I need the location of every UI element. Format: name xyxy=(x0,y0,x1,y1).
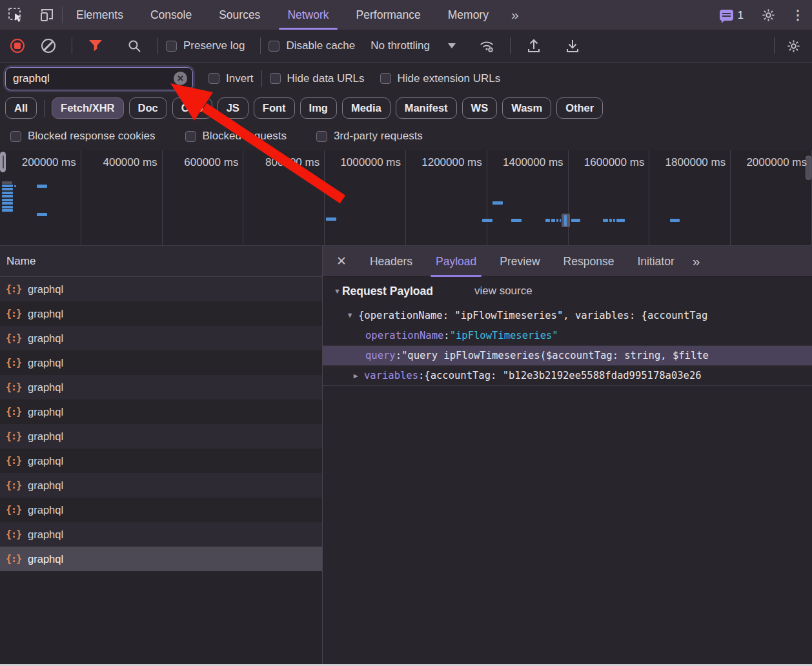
timeline-tick: 800000 ms xyxy=(243,150,325,245)
timeline-tick: 200000 ms xyxy=(0,150,81,245)
overflow-menu-icon[interactable]: ⋮ xyxy=(784,7,812,23)
view-source-link[interactable]: view source xyxy=(474,285,533,298)
record-network-log-button[interactable] xyxy=(10,39,25,53)
payload-root-row[interactable]: ▼ {operationName: "ipFlowTimeseries", va… xyxy=(323,305,812,325)
request-row[interactable]: {:}graphql xyxy=(0,399,322,424)
request-name: graphql xyxy=(28,504,63,516)
request-row[interactable]: {:}graphql xyxy=(0,473,322,498)
request-row[interactable]: {:}graphql xyxy=(0,449,322,473)
request-timeline-bar xyxy=(609,219,612,222)
tab-console[interactable]: Console xyxy=(137,0,205,30)
chip-doc[interactable]: Doc xyxy=(129,97,167,119)
json-request-icon: {:} xyxy=(6,430,21,442)
more-detail-tabs-icon[interactable]: » xyxy=(686,254,705,269)
chip-font[interactable]: Font xyxy=(254,97,295,119)
detail-tab-payload[interactable]: Payload xyxy=(424,246,488,277)
request-timeline-bar xyxy=(2,202,13,205)
hide-data-urls-checkbox[interactable]: Hide data URLs xyxy=(270,72,365,85)
chip-js[interactable]: JS xyxy=(218,97,249,119)
request-timeline-bar xyxy=(2,209,13,212)
chip-fetch-xhr[interactable]: Fetch/XHR xyxy=(52,97,123,119)
search-icon[interactable] xyxy=(126,37,143,54)
request-timeline-bar xyxy=(2,188,13,190)
tab-sources[interactable]: Sources xyxy=(205,0,274,30)
request-timeline-bar xyxy=(560,219,561,222)
tab-performance[interactable]: Performance xyxy=(343,0,434,30)
hide-extension-urls-checkbox[interactable]: Hide extension URLs xyxy=(380,72,501,85)
request-timeline-bar xyxy=(603,219,608,222)
chip-wasm[interactable]: Wasm xyxy=(502,97,551,119)
console-messages-indicator[interactable]: 1 xyxy=(720,9,744,21)
export-har-icon[interactable] xyxy=(564,37,581,54)
payload-row-variables[interactable]: ▶variables: {accountTag: "b12e3b2192ee55… xyxy=(323,365,812,385)
tree-collapsed-icon[interactable]: ▶ xyxy=(351,372,360,380)
request-row[interactable]: {:}graphql xyxy=(0,547,322,571)
checkbox-blocked-requests[interactable]: Blocked requests xyxy=(185,130,287,143)
settings-gear-icon[interactable] xyxy=(760,6,776,23)
request-row[interactable]: {:}graphql xyxy=(0,350,322,375)
json-request-icon: {:} xyxy=(6,479,21,491)
more-panels-icon[interactable]: » xyxy=(502,7,527,23)
request-row[interactable]: {:}graphql xyxy=(0,522,322,547)
detail-tab-response[interactable]: Response xyxy=(552,246,626,277)
network-conditions-icon[interactable] xyxy=(478,37,495,54)
chip-css[interactable]: CSS xyxy=(172,97,212,119)
chip-manifest[interactable]: Manifest xyxy=(396,97,457,119)
checkbox-box xyxy=(380,73,391,84)
invert-checkbox[interactable]: Invert xyxy=(208,72,254,85)
request-row[interactable]: {:}graphql xyxy=(0,375,322,399)
chip-img[interactable]: Img xyxy=(300,97,337,119)
inspect-element-icon[interactable] xyxy=(7,6,24,23)
chip-all[interactable]: All xyxy=(5,97,37,119)
payload-row-query[interactable]: query: "query ipFlowTimeseries($accountT… xyxy=(323,345,812,365)
request-row[interactable]: {:}graphql xyxy=(0,326,322,350)
chip-other[interactable]: Other xyxy=(556,97,603,119)
checkbox-box xyxy=(270,73,281,84)
network-settings-gear-icon[interactable] xyxy=(785,37,802,54)
message-count: 1 xyxy=(738,9,744,21)
checkbox-box xyxy=(10,131,21,142)
filter-text-input[interactable]: graphql ✕ xyxy=(5,67,193,90)
detail-tab-headers[interactable]: Headers xyxy=(358,246,424,277)
chip-ws[interactable]: WS xyxy=(462,97,498,119)
disable-cache-label: Disable cache xyxy=(286,39,355,52)
checkbox-3rd-party-requests[interactable]: 3rd-party requests xyxy=(316,130,423,143)
detail-tab-initiator[interactable]: Initiator xyxy=(625,246,685,277)
request-payload-section[interactable]: ▼ Request Payload view source xyxy=(323,277,812,305)
filter-section: graphql ✕ Invert Hide data URLs Hide ext… xyxy=(0,63,812,150)
request-timeline-bar xyxy=(511,219,522,222)
network-overview-timeline[interactable]: 200000 ms400000 ms600000 ms800000 ms1000… xyxy=(0,150,812,246)
preserve-log-checkbox[interactable]: Preserve log xyxy=(166,39,245,52)
request-timeline-bar xyxy=(551,219,555,222)
request-name: graphql xyxy=(28,479,63,492)
checkbox-blocked-response-cookies[interactable]: Blocked response cookies xyxy=(10,130,156,143)
clear-network-log-icon[interactable] xyxy=(41,39,56,53)
requests-panel: Name {:}graphql{:}graphql{:}graphql{:}gr… xyxy=(0,246,323,664)
request-row[interactable]: {:}graphql xyxy=(0,301,322,326)
close-details-icon[interactable]: ✕ xyxy=(323,254,358,268)
disable-cache-checkbox[interactable]: Disable cache xyxy=(269,39,355,52)
device-toolbar-icon[interactable] xyxy=(38,6,55,23)
detail-tab-preview[interactable]: Preview xyxy=(488,246,551,277)
name-column-header[interactable]: Name xyxy=(0,246,322,277)
request-row[interactable]: {:}graphql xyxy=(0,498,322,522)
tab-network[interactable]: Network xyxy=(274,0,342,30)
tab-elements[interactable]: Elements xyxy=(63,0,137,30)
request-row[interactable]: {:}graphql xyxy=(0,277,322,301)
throttling-select[interactable]: No throttling xyxy=(370,39,456,52)
details-tabbar: ✕ HeadersPayloadPreviewResponseInitiator… xyxy=(323,246,812,277)
request-timeline-bar xyxy=(616,219,625,222)
payload-separator: : xyxy=(443,330,449,341)
filter-funnel-icon[interactable] xyxy=(87,37,104,54)
payload-row-operationName[interactable]: operationName: "ipFlowTimeseries" xyxy=(323,325,812,345)
clear-filter-icon[interactable]: ✕ xyxy=(174,72,187,85)
tab-memory[interactable]: Memory xyxy=(434,0,502,30)
request-row[interactable]: {:}graphql xyxy=(0,424,322,449)
checkbox-box xyxy=(208,73,219,84)
chip-media[interactable]: Media xyxy=(342,97,391,119)
timeline-tick: 1200000 ms xyxy=(406,150,487,245)
tree-expanded-icon[interactable]: ▼ xyxy=(345,311,354,319)
preserve-log-label: Preserve log xyxy=(183,39,245,52)
request-name: graphql xyxy=(28,308,63,320)
import-har-icon[interactable] xyxy=(525,37,542,54)
